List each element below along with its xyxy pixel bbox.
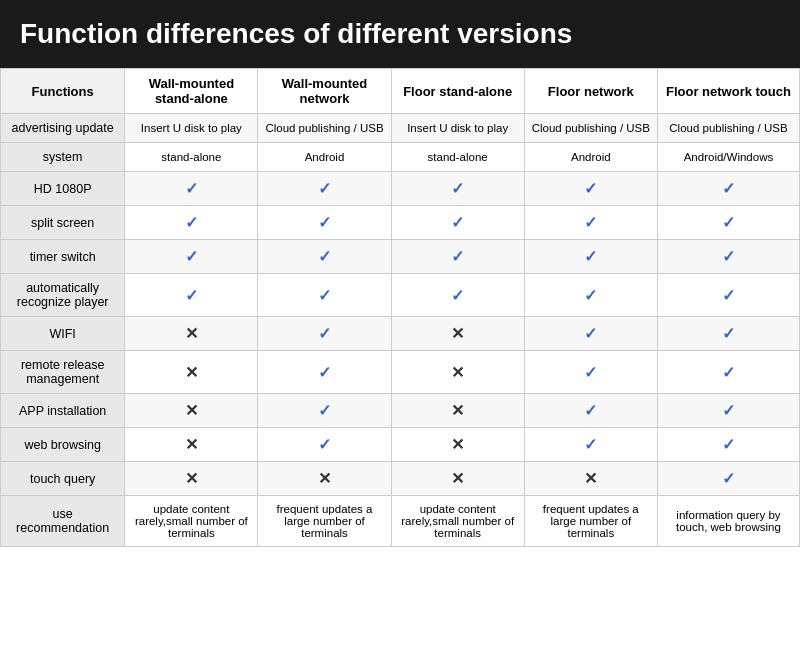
table-row: split screen✓✓✓✓✓ [1, 206, 800, 240]
cell-wmn: Cloud publishing / USB [258, 114, 391, 143]
check-icon: ✓ [318, 436, 331, 453]
check-icon: ✓ [185, 287, 198, 304]
cell-fn: ✓ [524, 274, 657, 317]
cell-wms: ✕ [125, 317, 258, 351]
check-icon: ✓ [584, 436, 597, 453]
col-header-fn: Floor network [524, 69, 657, 114]
cross-icon: ✕ [185, 402, 198, 419]
cell-wms: ✓ [125, 172, 258, 206]
table-row: touch query✕✕✕✕✓ [1, 462, 800, 496]
cell-wmn: ✓ [258, 274, 391, 317]
check-icon: ✓ [584, 364, 597, 381]
cell-fnt: ✓ [657, 351, 799, 394]
table-row: web browsing✕✓✕✓✓ [1, 428, 800, 462]
check-icon: ✓ [318, 325, 331, 342]
cross-icon: ✕ [185, 364, 198, 381]
cell-fs: ✕ [391, 351, 524, 394]
cell-fnt: information query by touch, web browsing [657, 496, 799, 547]
check-icon: ✓ [318, 402, 331, 419]
table-row: remote release management✕✓✕✓✓ [1, 351, 800, 394]
cell-wmn: ✓ [258, 351, 391, 394]
comparison-table: Functions Wall-mounted stand-alone Wall-… [0, 68, 800, 547]
cell-wmn: ✓ [258, 428, 391, 462]
cell-fn: ✓ [524, 351, 657, 394]
cell-wmn: frequent updates a large number of termi… [258, 496, 391, 547]
cell-wmn: ✓ [258, 172, 391, 206]
page-title: Function differences of different versio… [0, 0, 800, 68]
table-row: HD 1080P✓✓✓✓✓ [1, 172, 800, 206]
cell-wmn: Android [258, 143, 391, 172]
cell-wms: ✕ [125, 428, 258, 462]
cell-fnt: ✓ [657, 172, 799, 206]
col-header-fnt: Floor network touch [657, 69, 799, 114]
cell-fs: ✕ [391, 394, 524, 428]
cell-fn: Android [524, 143, 657, 172]
table-row: automatically recognize player✓✓✓✓✓ [1, 274, 800, 317]
cell-fnt: ✓ [657, 317, 799, 351]
check-icon: ✓ [318, 364, 331, 381]
cell-wmn: ✓ [258, 206, 391, 240]
check-icon: ✓ [722, 214, 735, 231]
check-icon: ✓ [584, 248, 597, 265]
cross-icon: ✕ [185, 325, 198, 342]
check-icon: ✓ [722, 180, 735, 197]
cell-fs: ✓ [391, 240, 524, 274]
cell-fn: frequent updates a large number of termi… [524, 496, 657, 547]
check-icon: ✓ [318, 214, 331, 231]
feature-cell: APP installation [1, 394, 125, 428]
cell-fn: Cloud publishing / USB [524, 114, 657, 143]
check-icon: ✓ [451, 248, 464, 265]
check-icon: ✓ [722, 325, 735, 342]
col-header-fs: Floor stand-alone [391, 69, 524, 114]
cell-wms: ✕ [125, 462, 258, 496]
cell-fnt: ✓ [657, 206, 799, 240]
cell-fn: ✓ [524, 317, 657, 351]
table-header-row: Functions Wall-mounted stand-alone Wall-… [1, 69, 800, 114]
cell-fs: ✓ [391, 206, 524, 240]
cell-wms: Insert U disk to play [125, 114, 258, 143]
cross-icon: ✕ [451, 470, 464, 487]
feature-cell: touch query [1, 462, 125, 496]
cross-icon: ✕ [451, 364, 464, 381]
cross-icon: ✕ [451, 436, 464, 453]
feature-cell: advertising update [1, 114, 125, 143]
check-icon: ✓ [584, 402, 597, 419]
cell-fn: ✓ [524, 428, 657, 462]
cell-wms: ✓ [125, 206, 258, 240]
check-icon: ✓ [185, 248, 198, 265]
cross-icon: ✕ [451, 325, 464, 342]
feature-cell: remote release management [1, 351, 125, 394]
cross-icon: ✕ [318, 470, 331, 487]
check-icon: ✓ [722, 436, 735, 453]
cell-fnt: ✓ [657, 274, 799, 317]
cell-wmn: ✓ [258, 394, 391, 428]
header: Function differences of different versio… [0, 0, 800, 68]
cell-wmn: ✓ [258, 317, 391, 351]
check-icon: ✓ [584, 180, 597, 197]
feature-cell: automatically recognize player [1, 274, 125, 317]
col-header-wmn: Wall-mounted network [258, 69, 391, 114]
cell-fn: ✓ [524, 206, 657, 240]
check-icon: ✓ [451, 287, 464, 304]
check-icon: ✓ [318, 248, 331, 265]
col-header-functions: Functions [1, 69, 125, 114]
check-icon: ✓ [318, 180, 331, 197]
cell-wms: update content rarely,small number of te… [125, 496, 258, 547]
table-body: advertising updateInsert U disk to playC… [1, 114, 800, 547]
cell-wmn: ✓ [258, 240, 391, 274]
check-icon: ✓ [722, 287, 735, 304]
cell-fs: ✕ [391, 462, 524, 496]
check-icon: ✓ [185, 180, 198, 197]
check-icon: ✓ [185, 214, 198, 231]
cell-fnt: ✓ [657, 428, 799, 462]
cell-fnt: ✓ [657, 394, 799, 428]
cell-fs: ✕ [391, 428, 524, 462]
cell-wms: ✕ [125, 351, 258, 394]
cell-wmn: ✕ [258, 462, 391, 496]
cell-fn: ✓ [524, 394, 657, 428]
cell-wms: ✕ [125, 394, 258, 428]
cell-fs: ✓ [391, 172, 524, 206]
feature-cell: HD 1080P [1, 172, 125, 206]
feature-cell: timer switch [1, 240, 125, 274]
check-icon: ✓ [451, 214, 464, 231]
